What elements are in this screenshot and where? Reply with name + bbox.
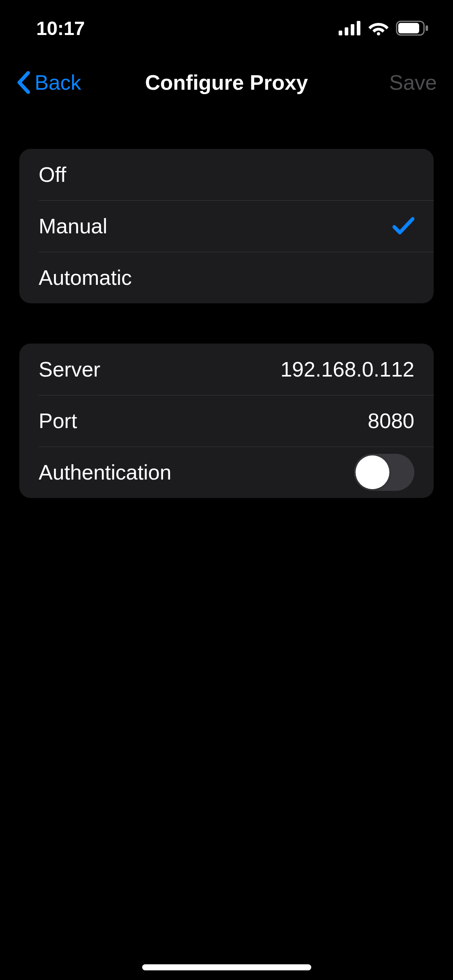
svg-point-4	[377, 32, 380, 35]
status-icons	[339, 21, 429, 36]
page-title: Configure Proxy	[145, 70, 308, 95]
navigation-bar: Back Configure Proxy Save	[0, 56, 453, 109]
chevron-left-icon	[16, 71, 31, 94]
toggle-knob	[356, 455, 389, 489]
content: Off Manual Automatic Server 192.168.0.11…	[0, 109, 453, 498]
authentication-row: Authentication	[19, 447, 434, 498]
row-label: Authentication	[39, 460, 172, 484]
back-label: Back	[35, 70, 81, 95]
wifi-icon	[368, 21, 389, 35]
row-label: Server	[39, 357, 100, 381]
back-button[interactable]: Back	[16, 70, 81, 95]
row-label: Off	[39, 163, 66, 187]
cellular-signal-icon	[339, 21, 361, 35]
proxy-mode-off[interactable]: Off	[19, 149, 434, 200]
proxy-mode-group: Off Manual Automatic	[19, 149, 434, 303]
proxy-mode-automatic[interactable]: Automatic	[19, 252, 434, 303]
svg-rect-2	[351, 24, 354, 35]
row-label: Port	[39, 409, 77, 433]
save-button[interactable]: Save	[389, 70, 437, 95]
port-row[interactable]: Port 8080	[19, 395, 434, 447]
server-row[interactable]: Server 192.168.0.112	[19, 344, 434, 395]
port-value: 8080	[368, 409, 414, 433]
checkmark-icon	[393, 216, 414, 236]
server-value: 192.168.0.112	[280, 357, 414, 381]
proxy-settings-group: Server 192.168.0.112 Port 8080 Authentic…	[19, 344, 434, 498]
svg-rect-6	[398, 23, 419, 33]
status-bar: 10:17	[0, 0, 453, 56]
authentication-toggle[interactable]	[354, 454, 414, 491]
svg-rect-7	[426, 25, 428, 31]
svg-rect-1	[345, 27, 348, 35]
row-label: Automatic	[39, 266, 132, 290]
svg-rect-0	[339, 31, 342, 35]
battery-icon	[396, 21, 429, 36]
home-indicator[interactable]	[142, 964, 311, 970]
proxy-mode-manual[interactable]: Manual	[19, 200, 434, 252]
svg-rect-3	[357, 21, 360, 35]
status-time: 10:17	[36, 17, 85, 39]
row-label: Manual	[39, 214, 108, 238]
